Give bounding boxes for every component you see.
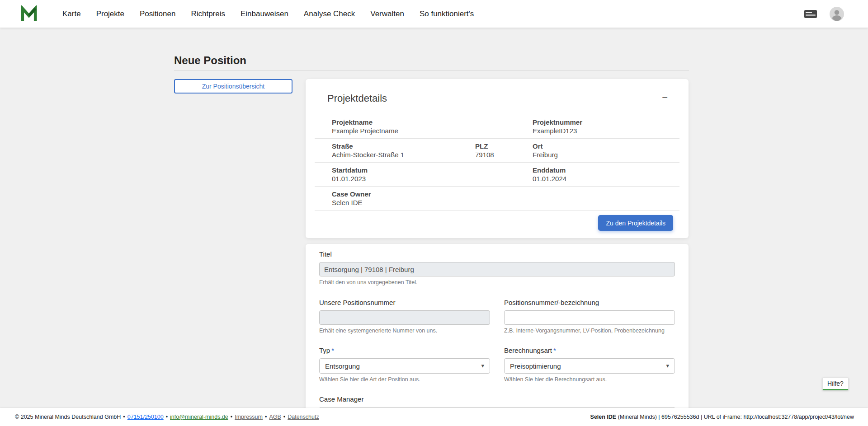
field-projektnummer: Projektnummer ExampleID123 — [533, 118, 679, 135]
berechnungsart-label-text: Berechnungsart — [504, 346, 552, 354]
footer-agb-link[interactable]: AGB — [269, 414, 281, 420]
footer-separator: • — [166, 414, 168, 420]
chevron-down-icon: ▾ — [666, 362, 669, 369]
field-label: Projektname — [332, 118, 533, 126]
field-enddatum: Enddatum 01.01.2024 — [533, 166, 679, 183]
case-manager-label: Case Manager — [319, 395, 675, 403]
left-column: Zur Positionsübersicht — [174, 79, 292, 94]
field-label: Ort — [533, 142, 679, 150]
table-row: Projektname Example Projectname Projektn… — [315, 115, 679, 139]
server-icon[interactable] — [804, 9, 817, 19]
berechnungsart-select-value: Preisoptimierung — [510, 362, 561, 370]
navbar-right — [804, 7, 844, 21]
user-avatar-icon[interactable] — [830, 7, 844, 21]
typ-helper: Wählen Sie hier die Art der Position aus… — [319, 376, 490, 383]
unsere-positionsnummer-field: Unsere Positionsnummer Erhält eine syste… — [319, 299, 490, 334]
help-button[interactable]: Hilfe? — [822, 378, 849, 390]
positionsbezeichnung-field: Positionsnummer/-bezeichnung Z.B. Intern… — [504, 299, 675, 334]
nav-item-so-funktionierts[interactable]: So funktioniert's — [420, 9, 474, 19]
navbar: Karte Projekte Positionen Richtpreis Ein… — [0, 0, 868, 28]
right-column: Projektdetails − Projektname Example Pro… — [306, 79, 689, 426]
unsere-positionsnummer-input[interactable] — [319, 310, 490, 325]
field-label: Case Owner — [332, 190, 679, 198]
footer: © 2025 Mineral Minds Deutschland GmbH • … — [0, 408, 868, 426]
nav-item-einbauweisen[interactable]: Einbauweisen — [241, 9, 288, 19]
nav-item-karte[interactable]: Karte — [62, 9, 81, 19]
footer-email-link[interactable]: info@mineral-minds.de — [170, 414, 228, 420]
footer-separator: • — [265, 414, 267, 420]
positionsbezeichnung-input[interactable] — [504, 310, 675, 325]
field-projektname: Projektname Example Projectname — [332, 118, 533, 135]
footer-phone-link[interactable]: 07151/250100 — [127, 414, 164, 420]
titel-field: Titel Erhält den von uns vorgegebenen Ti… — [319, 250, 675, 286]
footer-separator: • — [231, 414, 232, 420]
table-row: Startdatum 01.01.2023 Enddatum 01.01.202… — [315, 163, 679, 187]
field-value: Example Projectname — [332, 127, 533, 135]
type-calculation-row: Typ* Entsorgung ▾ Wählen Sie hier die Ar… — [319, 346, 675, 383]
field-label: Startdatum — [332, 166, 533, 174]
footer-session-user: Selen IDE — [590, 414, 617, 420]
field-strasse: Straße Achim-Stocker-Straße 1 — [332, 142, 475, 159]
footer-separator: • — [283, 414, 285, 420]
unsere-positionsnummer-label: Unsere Positionsnummer — [319, 299, 490, 307]
table-row: Case Owner Selen IDE — [315, 187, 679, 211]
project-card-footer: Zu den Projektdetails — [306, 211, 689, 238]
footer-left: © 2025 Mineral Minds Deutschland GmbH • … — [15, 414, 319, 420]
position-number-row: Unsere Positionsnummer Erhält eine syste… — [319, 299, 675, 334]
project-details-table: Projektname Example Projectname Projektn… — [315, 115, 679, 211]
typ-field: Typ* Entsorgung ▾ Wählen Sie hier die Ar… — [319, 346, 490, 383]
content-row: Zur Positionsübersicht Projektdetails − … — [174, 79, 689, 426]
back-to-positions-button[interactable]: Zur Positionsübersicht — [174, 79, 292, 94]
berechnungsart-label: Berechnungsart* — [504, 346, 675, 355]
field-case-owner: Case Owner Selen IDE — [332, 190, 679, 206]
titel-helper: Erhält den von uns vorgegebenen Titel. — [319, 279, 675, 286]
nav-item-positionen[interactable]: Positionen — [140, 9, 175, 19]
berechnungsart-select[interactable]: Preisoptimierung ▾ — [504, 358, 675, 374]
table-row: Straße Achim-Stocker-Straße 1 PLZ 79108 … — [315, 139, 679, 163]
footer-datenschutz-link[interactable]: Datenschutz — [288, 414, 319, 420]
mineral-minds-logo-icon[interactable] — [20, 5, 38, 23]
nav-item-projekte[interactable]: Projekte — [96, 9, 124, 19]
field-startdatum: Startdatum 01.01.2023 — [332, 166, 533, 183]
field-value: Freiburg — [533, 151, 679, 159]
field-value: 79108 — [475, 151, 533, 159]
field-value: Achim-Stocker-Straße 1 — [332, 151, 475, 159]
main-nav: Karte Projekte Positionen Richtpreis Ein… — [62, 9, 474, 19]
field-value: Selen IDE — [332, 199, 679, 206]
unsere-positionsnummer-helper: Erhält eine systemgenerierte Nummer von … — [319, 328, 490, 334]
field-label: PLZ — [475, 142, 533, 150]
required-asterisk: * — [553, 346, 556, 354]
titel-input[interactable] — [319, 262, 675, 276]
footer-copyright: © 2025 Mineral Minds Deutschland GmbH — [15, 414, 121, 420]
typ-select[interactable]: Entsorgung ▾ — [319, 358, 490, 374]
field-label: Projektnummer — [533, 118, 679, 126]
required-asterisk: * — [331, 346, 334, 354]
title-divider — [174, 70, 689, 71]
field-ort: Ort Freiburg — [533, 142, 679, 159]
berechnungsart-field: Berechnungsart* Preisoptimierung ▾ Wähle… — [504, 346, 675, 383]
typ-label-text: Typ — [319, 346, 330, 354]
go-to-project-details-button[interactable]: Zu den Projektdetails — [598, 215, 673, 231]
typ-label: Typ* — [319, 346, 490, 355]
positionsbezeichnung-helper: Z.B. Interne-Vorgangsnummer, LV-Position… — [504, 328, 675, 334]
collapse-minus-icon[interactable]: − — [662, 93, 668, 103]
titel-label: Titel — [319, 250, 675, 258]
footer-session-details: (Mineral Minds) | 69576255536d | URL of … — [616, 414, 854, 420]
field-plz: PLZ 79108 — [475, 142, 533, 159]
positionsbezeichnung-label: Positionsnummer/-bezeichnung — [504, 299, 675, 307]
field-value: ExampleID123 — [533, 127, 679, 135]
footer-impressum-link[interactable]: Impressum — [235, 414, 263, 420]
typ-select-value: Entsorgung — [325, 362, 360, 370]
nav-item-richtpreis[interactable]: Richtpreis — [191, 9, 225, 19]
nav-item-analyse-check[interactable]: Analyse Check — [304, 9, 355, 19]
chevron-down-icon: ▾ — [481, 362, 484, 369]
main-content: Neue Position Zur Positionsübersicht Pro… — [174, 54, 689, 426]
project-card-header: Projektdetails − — [306, 79, 689, 115]
footer-separator: • — [123, 414, 125, 420]
field-value: 01.01.2024 — [533, 175, 679, 183]
nav-item-verwalten[interactable]: Verwalten — [370, 9, 404, 19]
field-label: Enddatum — [533, 166, 679, 174]
field-value: 01.01.2023 — [332, 175, 533, 183]
project-details-card: Projektdetails − Projektname Example Pro… — [306, 79, 689, 238]
new-position-form-card: Titel Erhält den von uns vorgegebenen Ti… — [306, 244, 689, 426]
